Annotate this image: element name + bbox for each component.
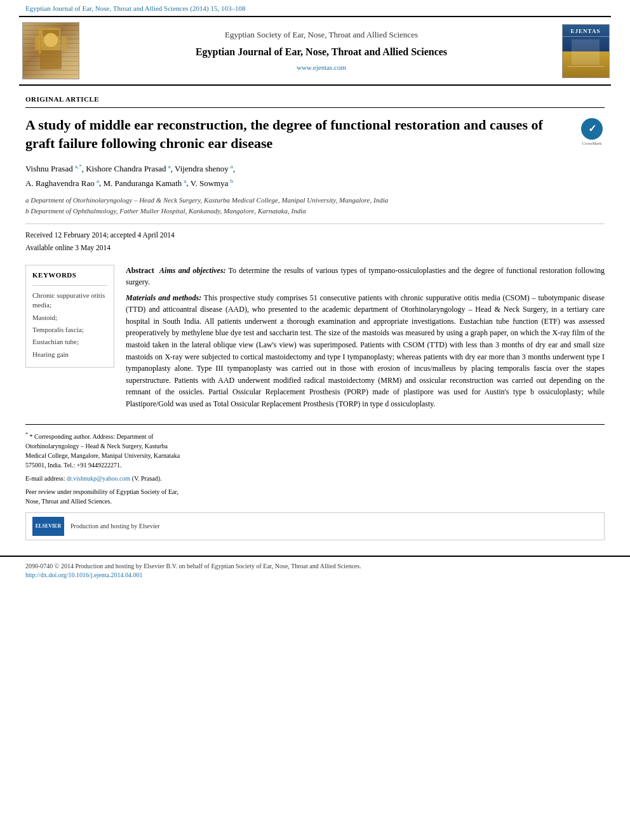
journal-header: Egyptian Society of Ear, Nose, Throat an… xyxy=(19,16,611,86)
author-sowmya: V. Sowmya b xyxy=(191,178,233,188)
society-name: Egyptian Society of Ear, Nose, Throat an… xyxy=(225,29,418,41)
keywords-box: KEYWORDS Chronic suppurative otitis medi… xyxy=(25,265,114,368)
keywords-title: KEYWORDS xyxy=(32,270,107,280)
received-date: Received 12 February 2014; accepted 4 Ap… xyxy=(25,229,605,242)
footer-doi[interactable]: http://dx.doi.org/10.1016/j.ejenta.2014.… xyxy=(25,571,605,580)
article-title: A study of middle ear reconstruction, th… xyxy=(25,116,579,153)
svg-rect-6 xyxy=(38,28,41,53)
header-left-logo xyxy=(19,22,89,79)
aims-label: Aims and objectives: xyxy=(159,266,225,275)
footnotes-section: * * Corresponding author. Address: Depar… xyxy=(25,424,605,506)
crossmark-text: CrossMark xyxy=(582,141,601,147)
available-date: Available online 3 May 2014 xyxy=(25,242,605,255)
crossmark-icon: ✓ xyxy=(581,118,603,140)
author-raghavendra: A. Raghavendra Rao a xyxy=(25,178,99,188)
keyword-3: Temporalis fascia; xyxy=(32,325,107,335)
abstract-text: Abstract Aims and objectives: To determi… xyxy=(126,265,605,410)
journal-citation: Egyptian Journal of Ear, Nose, Throat an… xyxy=(25,4,245,12)
article-type: ORIGINAL ARTICLE xyxy=(25,95,605,107)
ejentas-badge: EJENTAS xyxy=(562,24,610,78)
peer-review-text: Peer review under responsibility of Egyp… xyxy=(25,487,184,506)
authors-list: Vishnu Prasad a,*, Kishore Chandra Prasa… xyxy=(25,162,605,190)
page-footer: 2090-0740 © 2014 Production and hosting … xyxy=(0,556,630,585)
pharaoh-image xyxy=(22,22,79,79)
title-row: A study of middle ear reconstruction, th… xyxy=(25,116,605,153)
keyword-4: Eustachian tube; xyxy=(32,337,107,347)
keyword-2: Mastoid; xyxy=(32,313,107,323)
author-vijendra: Vijendra shenoy a xyxy=(175,164,233,173)
elsevier-production-text: Production and hosting by Elsevier xyxy=(70,522,160,531)
article-dates: Received 12 February 2014; accepted 4 Ap… xyxy=(25,223,605,254)
email-label: E-mail address: xyxy=(25,475,65,482)
svg-rect-4 xyxy=(40,50,62,69)
crossmark-badge[interactable]: ✓ CrossMark xyxy=(579,118,605,147)
elsevier-box: ELSEVIER Production and hosting by Elsev… xyxy=(25,512,605,540)
elsevier-logo: ELSEVIER xyxy=(32,517,64,536)
author-panduranga: M. Panduranga Kamath a xyxy=(103,178,186,188)
corresponding-author: * * Corresponding author. Address: Depar… xyxy=(25,431,184,470)
header-right-logo: EJENTAS xyxy=(554,22,611,79)
journal-website: www.ejentas.com xyxy=(297,63,346,72)
footnote-left: * * Corresponding author. Address: Depar… xyxy=(25,431,184,506)
top-bar: Egyptian Journal of Ear, Nose, Throat an… xyxy=(0,0,630,16)
affiliation-a: a Department of Otorhinolaryngology – He… xyxy=(25,195,605,206)
email-line: E-mail address: dr.vishnukp@yahoo.com (V… xyxy=(25,474,184,483)
keywords-divider xyxy=(32,285,107,286)
ejentas-text: EJENTAS xyxy=(571,27,601,36)
header-center: Egyptian Society of Ear, Nose, Throat an… xyxy=(89,22,554,79)
corresponding-text: * Corresponding author. Address: Departm… xyxy=(25,433,180,469)
svg-point-5 xyxy=(44,33,58,47)
author-vishnu: Vishnu Prasad a,* xyxy=(25,164,82,173)
footer-copyright: 2090-0740 © 2014 Production and hosting … xyxy=(25,562,605,571)
keywords-column: KEYWORDS Chronic suppurative otitis medi… xyxy=(25,265,114,368)
star-marker: * xyxy=(25,433,28,440)
journal-title: Egyptian Journal of Ear, Nose, Throat an… xyxy=(196,45,447,59)
affiliations: a Department of Otorhinolaryngology – He… xyxy=(25,195,605,216)
keyword-5: Hearing gain xyxy=(32,350,107,359)
svg-rect-3 xyxy=(62,36,67,50)
email-address[interactable]: dr.vishnukp@yahoo.com xyxy=(67,475,130,482)
two-column-section: KEYWORDS Chronic suppurative otitis medi… xyxy=(25,265,605,414)
author-kishore: Kishore Chandra Prasad a xyxy=(86,164,171,173)
elsevier-logo-text: ELSEVIER xyxy=(36,523,61,530)
email-person: (V. Prasad). xyxy=(132,475,162,482)
methods-text: This prospective study comprises 51 cons… xyxy=(126,293,605,408)
abstract-label: Abstract xyxy=(126,266,154,275)
methods-label: Materials and methods: xyxy=(126,293,201,302)
affiliation-b: b Department of Ophthalmology, Father Mu… xyxy=(25,206,605,217)
keyword-1: Chronic suppurative otitis media; xyxy=(32,291,107,310)
main-content: ORIGINAL ARTICLE A study of middle ear r… xyxy=(0,86,630,547)
abstract-column: Abstract Aims and objectives: To determi… xyxy=(126,265,605,414)
